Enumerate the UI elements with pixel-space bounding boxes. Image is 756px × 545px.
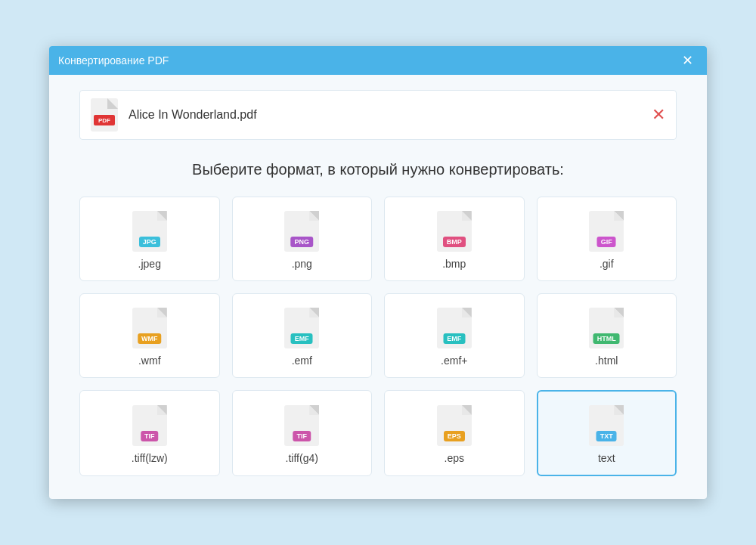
- file-icon-wmf: WMF: [132, 308, 167, 348]
- format-label-jpeg: .jpeg: [138, 258, 161, 270]
- format-label-emf: .emf: [292, 355, 312, 367]
- format-badge-html: HTML: [593, 333, 620, 344]
- file-icon-base: TXT: [589, 405, 624, 446]
- format-badge-png: PNG: [290, 237, 313, 247]
- file-icon-tiffg4: TIF: [284, 405, 319, 446]
- format-card-jpeg[interactable]: JPG .jpeg: [79, 197, 220, 281]
- format-label-text: text: [598, 452, 615, 464]
- format-card-text[interactable]: TXT text: [537, 390, 677, 476]
- file-icon-base: PNG: [284, 211, 319, 252]
- file-icon-eps: EPS: [437, 405, 472, 446]
- format-badge-jpeg: JPG: [139, 237, 160, 247]
- format-badge-emf: EMF: [291, 333, 313, 344]
- format-badge-tiffg4: TIF: [293, 431, 311, 441]
- format-card-tiffg4[interactable]: TIF .tiff(g4): [232, 390, 373, 476]
- file-icon-base: EPS: [437, 405, 472, 446]
- format-label-emfp: .emf+: [441, 355, 467, 367]
- file-icon-html: HTML: [589, 308, 624, 348]
- file-icon-png: PNG: [284, 211, 319, 252]
- window-close-button[interactable]: ✕: [677, 52, 698, 69]
- file-icon-base: TIF: [132, 405, 167, 446]
- main-window: Конвертирование PDF ✕ PDF Alice In Wonde…: [49, 46, 707, 499]
- clear-file-button[interactable]: ✕: [652, 107, 665, 123]
- format-label-gif: .gif: [600, 258, 614, 270]
- section-title: Выберите формат, в который нужно конверт…: [79, 161, 677, 178]
- format-badge-bmp: BMP: [443, 237, 466, 247]
- format-card-bmp[interactable]: BMP .bmp: [384, 197, 525, 281]
- file-icon-jpeg: JPG: [132, 211, 167, 252]
- file-icon-base: BMP: [437, 211, 472, 252]
- file-bar: PDF Alice In Wonderland.pdf ✕: [79, 90, 677, 140]
- format-card-gif[interactable]: GIF .gif: [537, 197, 677, 281]
- file-icon-emfp: EMF: [437, 308, 472, 348]
- file-icon-base: JPG: [132, 211, 167, 252]
- format-card-wmf[interactable]: WMF .wmf: [79, 293, 220, 378]
- format-badge-eps: EPS: [444, 431, 465, 441]
- window-title: Конвертирование PDF: [58, 54, 169, 67]
- svg-text:PDF: PDF: [98, 117, 110, 124]
- file-icon-emf: EMF: [284, 308, 319, 348]
- format-card-eps[interactable]: EPS .eps: [384, 390, 525, 476]
- format-label-bmp: .bmp: [442, 258, 466, 270]
- file-icon-base: EMF: [437, 308, 472, 348]
- format-card-emf[interactable]: EMF .emf: [232, 293, 373, 378]
- format-card-tifflzw[interactable]: TIF .tiff(lzw): [79, 390, 220, 476]
- format-card-emfp[interactable]: EMF .emf+: [384, 293, 525, 378]
- file-icon-base: HTML: [589, 308, 624, 348]
- file-name-label: Alice In Wonderland.pdf: [129, 108, 652, 122]
- format-label-tiffg4: .tiff(g4): [286, 452, 318, 464]
- format-card-png[interactable]: PNG .png: [232, 197, 373, 281]
- format-badge-emfp: EMF: [443, 333, 465, 344]
- format-label-html: .html: [595, 355, 618, 367]
- file-icon-text: TXT: [589, 405, 624, 446]
- format-badge-wmf: WMF: [138, 333, 162, 344]
- formats-grid: JPG .jpeg PNG .png BMP .bmp GIF: [79, 197, 677, 476]
- file-icon-base: EMF: [284, 308, 319, 348]
- format-badge-gif: GIF: [597, 237, 616, 247]
- pdf-icon: PDF: [91, 98, 118, 132]
- title-bar: Конвертирование PDF ✕: [49, 46, 707, 75]
- file-icon-base: GIF: [589, 211, 624, 252]
- format-label-wmf: .wmf: [138, 355, 161, 367]
- file-icon-base: WMF: [132, 308, 167, 348]
- file-icon-tifflzw: TIF: [132, 405, 167, 446]
- format-badge-tifflzw: TIF: [141, 431, 159, 441]
- format-badge-text: TXT: [596, 431, 617, 441]
- format-label-tifflzw: .tiff(lzw): [132, 452, 168, 464]
- file-icon-bmp: BMP: [437, 211, 472, 252]
- file-icon-base: TIF: [284, 405, 319, 446]
- format-label-eps: .eps: [445, 452, 464, 464]
- file-icon-gif: GIF: [589, 211, 624, 252]
- format-card-html[interactable]: HTML .html: [537, 293, 677, 378]
- format-label-png: .png: [292, 258, 312, 270]
- content-area: PDF Alice In Wonderland.pdf ✕ Выберите ф…: [49, 75, 707, 499]
